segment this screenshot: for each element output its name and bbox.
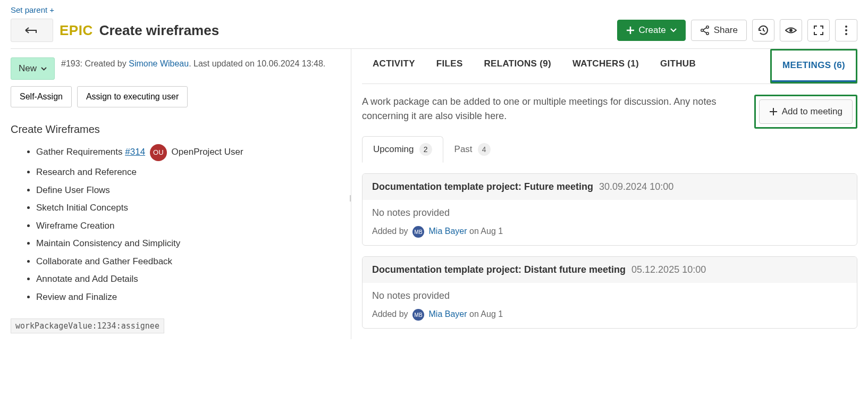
author-link[interactable]: Simone Wibeau <box>129 59 189 68</box>
code-snippet: workPackageValue:1234:assignee <box>11 319 164 333</box>
meeting-card: Documentation template project: Distant … <box>362 256 857 329</box>
sub-tab-past[interactable]: Past 4 <box>443 136 502 163</box>
svg-point-2 <box>706 32 708 35</box>
back-arrow-icon <box>24 27 39 34</box>
added-on: on Aug 1 <box>469 227 503 236</box>
plus-icon <box>626 26 635 35</box>
chevron-down-icon <box>670 28 677 32</box>
share-button[interactable]: Share <box>691 20 747 41</box>
tab-files[interactable]: FILES <box>426 49 474 83</box>
added-by-prefix: Added by <box>372 309 408 319</box>
meetings-tab-highlight: MEETINGS (6) <box>770 49 857 83</box>
set-parent-link[interactable]: Set parent + <box>11 5 54 14</box>
list-item: Gather Requirements #314 OU OpenProject … <box>36 144 340 161</box>
share-icon <box>700 26 710 35</box>
history-button[interactable] <box>752 19 774 41</box>
list-item: Define User Flows <box>36 183 340 197</box>
meeting-footer: Added by MB Mia Bayer on Aug 1 <box>363 309 857 328</box>
meeting-title: Documentation template project: Future m… <box>372 181 593 192</box>
plus-icon <box>769 107 778 116</box>
more-button[interactable] <box>835 19 857 41</box>
upcoming-count: 2 <box>419 143 432 156</box>
avatar[interactable]: MB <box>412 226 424 238</box>
ref-user: OpenProject User <box>172 147 243 157</box>
sub-tab-upcoming[interactable]: Upcoming 2 <box>362 136 443 163</box>
svg-point-1 <box>701 29 703 31</box>
watch-button[interactable] <box>780 19 802 41</box>
avatar[interactable]: MB <box>412 309 424 321</box>
upcoming-label: Upcoming <box>373 144 414 155</box>
header-actions: Create Share <box>617 19 857 41</box>
work-package-ref[interactable]: #314 <box>125 147 145 157</box>
meeting-card: Documentation template project: Future m… <box>362 173 857 246</box>
eye-icon <box>785 27 797 34</box>
meeting-sub-tabs: Upcoming 2 Past 4 <box>362 136 857 163</box>
status-label: New <box>19 63 37 74</box>
svg-point-5 <box>845 29 847 31</box>
meeting-notes: No notes provided <box>363 283 857 309</box>
self-assign-button[interactable]: Self-Assign <box>11 86 72 107</box>
tab-meetings[interactable]: MEETINGS (6) <box>772 51 856 82</box>
tab-relations[interactable]: RELATIONS (9) <box>474 49 562 83</box>
fullscreen-button[interactable] <box>807 19 830 41</box>
work-package-type: EPIC <box>60 22 93 39</box>
page-title[interactable]: Create wireframes <box>99 22 219 39</box>
avatar[interactable]: OU <box>150 144 167 161</box>
meetings-header-row: A work package can be added to one or mu… <box>362 84 857 136</box>
meta-text: #193: Created by Simone Wibeau. Last upd… <box>61 57 325 70</box>
meta-suffix: . Last updated on 10.06.2024 13:48. <box>189 59 325 68</box>
left-panel: New #193: Created by Simone Wibeau. Last… <box>11 49 351 339</box>
plus-icon: + <box>49 5 54 14</box>
meeting-header[interactable]: Documentation template project: Future m… <box>363 174 857 200</box>
list-item: Research and Reference <box>36 165 340 179</box>
added-by-prefix: Added by <box>372 227 408 236</box>
meeting-footer: Added by MB Mia Bayer on Aug 1 <box>363 226 857 245</box>
add-meeting-label: Add to meeting <box>782 106 842 117</box>
description-title: Create Wireframes <box>11 123 340 136</box>
list-item: Collaborate and Gather Feedback <box>36 255 340 269</box>
meeting-date: 30.09.2024 10:00 <box>599 181 673 192</box>
right-panel: || ACTIVITY FILES RELATIONS (9) WATCHERS… <box>351 49 857 339</box>
user-link[interactable]: Mia Bayer <box>429 309 467 319</box>
svg-point-4 <box>845 26 847 28</box>
create-button[interactable]: Create <box>617 20 686 41</box>
added-on: on Aug 1 <box>469 309 503 319</box>
history-icon <box>757 24 769 36</box>
action-buttons: Self-Assign Assign to executing user <box>11 86 340 107</box>
past-label: Past <box>454 144 473 155</box>
expand-icon <box>814 26 823 35</box>
main-content: New #193: Created by Simone Wibeau. Last… <box>11 49 857 339</box>
list-item: Sketch Initial Concepts <box>36 201 340 215</box>
description-list: Gather Requirements #314 OU OpenProject … <box>11 144 340 304</box>
list-item: Wireframe Creation <box>36 219 340 233</box>
tab-watchers[interactable]: WATCHERS (1) <box>562 49 650 83</box>
meeting-date: 05.12.2025 10:00 <box>631 264 706 275</box>
list-item: Annotate and Add Details <box>36 272 340 286</box>
list-item: Review and Finalize <box>36 290 340 304</box>
share-label: Share <box>714 25 738 36</box>
tab-github[interactable]: GITHUB <box>650 49 706 83</box>
kebab-icon <box>845 26 847 35</box>
user-link[interactable]: Mia Bayer <box>429 227 467 236</box>
tab-activity[interactable]: ACTIVITY <box>362 49 426 83</box>
assign-executing-button[interactable]: Assign to executing user <box>77 86 188 107</box>
meeting-title: Documentation template project: Distant … <box>372 264 626 275</box>
meetings-description: A work package can be added to one or mu… <box>362 95 744 123</box>
svg-point-6 <box>845 33 847 35</box>
meeting-header[interactable]: Documentation template project: Distant … <box>363 257 857 283</box>
meta-row: New #193: Created by Simone Wibeau. Last… <box>11 57 340 80</box>
back-button[interactable] <box>11 19 53 42</box>
status-dropdown[interactable]: New <box>11 57 55 80</box>
chevron-down-icon <box>41 67 47 71</box>
svg-point-3 <box>789 29 793 32</box>
set-parent-label: Set parent <box>11 5 47 14</box>
meta-prefix: #193: Created by <box>61 59 129 68</box>
svg-point-0 <box>706 26 708 28</box>
resize-handle[interactable]: || <box>349 194 350 202</box>
create-label: Create <box>639 25 666 36</box>
past-count: 4 <box>478 143 491 156</box>
tabs: ACTIVITY FILES RELATIONS (9) WATCHERS (1… <box>362 49 857 84</box>
list-item: Maintain Consistency and Simplicity <box>36 237 340 250</box>
add-to-meeting-button[interactable]: Add to meeting <box>759 99 853 124</box>
meeting-notes: No notes provided <box>363 200 857 226</box>
